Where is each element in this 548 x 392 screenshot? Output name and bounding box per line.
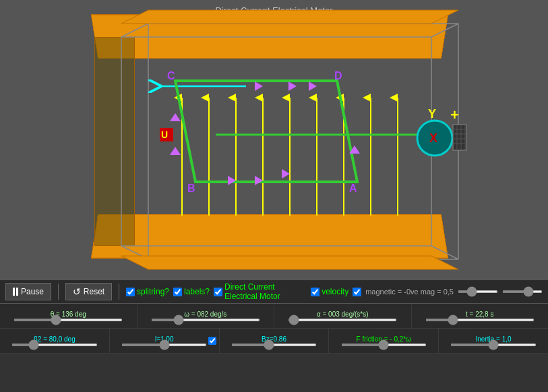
magnetic-slider-1[interactable]	[458, 290, 498, 293]
svg-marker-51	[170, 113, 181, 121]
length-cell: l=1,00	[110, 329, 220, 353]
velocity-checkbox[interactable]	[311, 288, 319, 296]
magnetic-info: magnetic = -0ve mag = 0,5	[365, 288, 454, 296]
wall-left	[94, 37, 135, 246]
motor-checkbox[interactable]	[214, 288, 222, 296]
omega-cell: ω = 082 deg/s	[138, 304, 275, 328]
svg-marker-24	[175, 81, 357, 182]
length-slider[interactable]	[121, 344, 207, 346]
simulation-area: Direct Current Electrical Motor	[0, 0, 548, 280]
svg-rect-30	[453, 125, 466, 150]
time-slider[interactable]	[425, 319, 535, 321]
bz-slider[interactable]	[231, 344, 317, 346]
platform-top	[91, 14, 449, 59]
labels-label: labels?	[184, 287, 210, 296]
svg-text:B: B	[187, 183, 195, 194]
velocity-label: velocity	[322, 287, 348, 296]
splitring-label: splitring?	[137, 287, 169, 296]
svg-marker-46	[309, 81, 317, 91]
svg-marker-47	[255, 176, 263, 185]
slider-row-2: β2 = 80,0 deg l=1,00 Bz=0,86 F friction …	[0, 329, 548, 354]
controls-bar: Pause ↺ Reset splitring? labels? Direct …	[0, 280, 548, 303]
svg-marker-49	[282, 169, 290, 178]
svg-rect-42	[160, 128, 173, 141]
motor-checkbox-label[interactable]: Direct Current Electrical Motor	[214, 282, 307, 301]
svg-marker-48	[228, 176, 236, 185]
svg-text:+: +	[450, 106, 459, 123]
separator-1	[58, 284, 59, 300]
splitring-checkbox-label[interactable]: splitring?	[126, 287, 169, 296]
svg-marker-44	[255, 81, 263, 91]
svg-text:C: C	[167, 70, 175, 81]
length-checkbox[interactable]	[208, 337, 216, 345]
sliders-area: θ = 136 deg ω = 082 deg/s α = 003 deg/(s…	[0, 303, 548, 354]
svg-marker-45	[288, 81, 297, 91]
friction-slider[interactable]	[341, 344, 427, 346]
splitring-checkbox[interactable]	[126, 288, 135, 296]
svg-text:A: A	[349, 183, 357, 194]
reset-icon: ↺	[73, 286, 81, 297]
platform-bottom	[91, 214, 449, 259]
beta2-cell: β2 = 80,0 deg	[0, 329, 110, 353]
slider-row-1: θ = 136 deg ω = 082 deg/s α = 003 deg/(s…	[0, 304, 548, 329]
time-cell: t = 22,8 s	[412, 304, 549, 328]
labels-checkbox-label[interactable]: labels?	[173, 287, 210, 296]
pause-icon	[13, 288, 18, 296]
omega-slider[interactable]	[151, 319, 260, 321]
inertia-slider[interactable]	[450, 344, 536, 346]
svg-marker-50	[170, 147, 181, 155]
labels-checkbox[interactable]	[173, 288, 182, 296]
inertia-cell: Inertia = 1,0	[439, 329, 548, 353]
beta2-slider[interactable]	[11, 344, 97, 346]
extra-checkbox[interactable]	[353, 288, 361, 296]
reset-label: Reset	[84, 287, 104, 296]
alpha-cell: α = 003 deg/(s*s)	[274, 304, 412, 328]
svg-marker-52	[349, 145, 360, 154]
svg-text:X: X	[429, 131, 437, 145]
alpha-slider[interactable]	[288, 319, 397, 321]
theta-cell: θ = 136 deg	[0, 304, 138, 328]
separator-2	[119, 284, 119, 300]
magnetic-slider-2[interactable]	[502, 290, 543, 293]
svg-text:D: D	[334, 70, 342, 81]
reset-button[interactable]: ↺ Reset	[65, 283, 112, 300]
bz-cell: Bz=0,86	[220, 329, 330, 353]
velocity-checkbox-label[interactable]: velocity	[311, 287, 348, 296]
svg-text:U: U	[161, 129, 168, 140]
friction-cell: F friction = - 0,2*ω	[329, 329, 439, 353]
theta-slider[interactable]	[13, 319, 123, 321]
svg-text:Y: Y	[428, 107, 436, 121]
motor-label: Direct Current Electrical Motor	[224, 282, 307, 301]
pause-label: Pause	[21, 287, 44, 296]
pause-button[interactable]: Pause	[5, 283, 51, 300]
svg-point-26	[417, 121, 452, 156]
